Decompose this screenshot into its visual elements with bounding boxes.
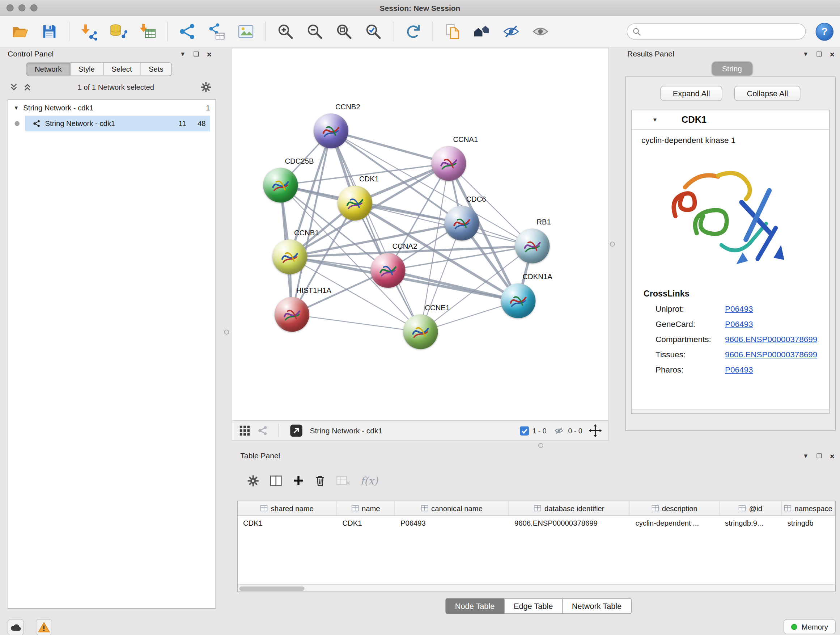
add-column-icon[interactable] <box>293 475 305 486</box>
network-node-ccna1[interactable] <box>431 146 466 181</box>
network-node-rb1[interactable] <box>515 229 550 264</box>
table-row[interactable]: CDK1 CDK1 P06493 9606.ENSP00000378699 cy… <box>238 516 835 531</box>
network-node-cdc25b[interactable] <box>264 168 298 203</box>
panel-menu-icon[interactable]: ▼ <box>180 51 186 57</box>
network-canvas[interactable]: CCNB2CCNA1CDC25BCDK1CDC6RB1CCNB1CCNA2CDK… <box>232 48 609 421</box>
panel-float-icon[interactable] <box>817 51 822 57</box>
search-input[interactable] <box>645 27 800 36</box>
new-network-button[interactable] <box>174 19 201 44</box>
help-button[interactable]: ? <box>816 22 834 41</box>
network-edge[interactable] <box>331 131 449 164</box>
cell-id[interactable]: stringdb:9... <box>720 516 782 531</box>
network-row-selected[interactable]: String Network - cdk1 11 48 <box>8 116 216 132</box>
network-node-ccnb1[interactable] <box>272 240 307 274</box>
show-all-networks-button[interactable] <box>469 19 496 44</box>
expand-all-icon[interactable] <box>24 82 32 92</box>
network-collection-row[interactable]: ▼ String Network - cdk1 1 <box>8 100 216 116</box>
toolbar-search[interactable] <box>627 24 806 40</box>
memory-button[interactable]: Memory <box>783 619 836 634</box>
tab-style[interactable]: Style <box>70 63 103 76</box>
network-edge[interactable] <box>292 315 421 332</box>
selected-checkbox-icon[interactable] <box>520 426 529 435</box>
network-node-ccne1[interactable] <box>403 315 438 349</box>
gene-expander-icon[interactable]: ▼ <box>652 117 658 123</box>
collection-expander-icon[interactable]: ▼ <box>14 105 19 111</box>
import-network-from-database-button[interactable] <box>105 19 132 44</box>
import-network-from-file-button[interactable] <box>76 19 103 44</box>
crosslink-uniprot-link[interactable]: P06493 <box>725 304 829 313</box>
panel-close-icon[interactable]: × <box>207 49 212 59</box>
column-header-description[interactable]: description <box>630 501 720 516</box>
results-horizontal-scrollbar[interactable] <box>632 409 829 413</box>
network-view-icon[interactable] <box>257 425 268 436</box>
cell-namespace[interactable]: stringdb <box>782 516 835 531</box>
hide-selected-button[interactable] <box>498 19 525 44</box>
network-node-cdc6[interactable] <box>445 206 479 241</box>
panel-menu-icon[interactable]: ▼ <box>803 453 808 459</box>
panel-float-icon[interactable] <box>817 453 822 458</box>
column-header-id[interactable]: @id <box>720 501 782 516</box>
zoom-window-button[interactable] <box>30 4 38 11</box>
minimize-window-button[interactable] <box>19 4 26 11</box>
tab-node-table[interactable]: Node Table <box>445 599 505 614</box>
tab-string[interactable]: String <box>712 62 752 76</box>
table-horizontal-scrollbar[interactable] <box>238 584 835 592</box>
open-in-window-icon[interactable] <box>289 424 303 438</box>
right-splitter-handle[interactable] <box>610 242 615 247</box>
panel-close-icon[interactable]: × <box>830 49 835 59</box>
bottom-splitter-handle[interactable] <box>538 443 543 448</box>
export-image-button[interactable] <box>232 19 259 44</box>
panel-menu-icon[interactable]: ▼ <box>803 51 808 57</box>
table-gear-icon[interactable] <box>247 474 260 487</box>
zoom-out-button[interactable] <box>302 19 328 44</box>
tab-network-table[interactable]: Network Table <box>562 599 631 614</box>
zoom-in-button[interactable] <box>272 19 299 44</box>
import-table-from-file-button[interactable] <box>134 19 161 44</box>
refresh-view-button[interactable] <box>399 19 426 44</box>
grid-view-icon[interactable] <box>239 424 251 437</box>
tab-edge-table[interactable]: Edge Table <box>504 599 562 614</box>
scrollbar-thumb[interactable] <box>240 586 305 591</box>
network-edge[interactable] <box>331 131 421 332</box>
tab-network[interactable]: Network <box>27 63 71 76</box>
delete-column-icon[interactable] <box>314 474 326 487</box>
network-node-hist1h1a[interactable] <box>275 297 309 332</box>
crosslink-tissues-link[interactable]: 9606.ENSP00000378699 <box>725 349 829 359</box>
warnings-status-button[interactable] <box>36 619 52 635</box>
network-node-ccna2[interactable] <box>371 253 406 288</box>
column-header-canonical-name[interactable]: canonical name <box>395 501 509 516</box>
hidden-eye-slash-icon[interactable] <box>553 426 565 435</box>
column-header-shared-name[interactable]: shared name <box>238 501 337 516</box>
cell-database-identifier[interactable]: 9606.ENSP00000378699 <box>509 516 630 531</box>
cell-description[interactable]: cyclin-dependent ... <box>630 516 720 531</box>
zoom-selected-button[interactable] <box>360 19 387 44</box>
cell-name[interactable]: CDK1 <box>337 516 395 531</box>
cloud-status-button[interactable] <box>8 619 24 635</box>
cell-shared-name[interactable]: CDK1 <box>238 516 337 531</box>
clone-network-button[interactable] <box>439 19 466 44</box>
crosslink-compartments-link[interactable]: 9606.ENSP00000378699 <box>725 334 829 344</box>
network-node-ccnb2[interactable] <box>314 114 348 149</box>
show-hidden-button[interactable] <box>527 19 554 44</box>
left-splitter-handle[interactable] <box>224 330 229 335</box>
expand-all-button[interactable]: Expand All <box>660 86 722 101</box>
tab-sets[interactable]: Sets <box>141 63 172 76</box>
zoom-fit-button[interactable] <box>331 19 358 44</box>
gene-card-header[interactable]: ▼ CDK1 <box>632 111 829 130</box>
crosslink-genecard-link[interactable]: P06493 <box>725 319 829 328</box>
show-columns-icon[interactable] <box>269 474 283 487</box>
column-header-name[interactable]: name <box>337 501 395 516</box>
network-node-cdkn1a[interactable] <box>501 283 536 318</box>
network-node-cdk1[interactable] <box>338 186 372 220</box>
new-network-from-table-button[interactable] <box>203 19 230 44</box>
panel-float-icon[interactable] <box>194 51 199 57</box>
collapse-all-button[interactable]: Collapse All <box>734 86 801 101</box>
panel-close-icon[interactable]: × <box>830 451 835 461</box>
pan-crosshair-icon[interactable] <box>589 424 602 437</box>
tab-select[interactable]: Select <box>103 63 141 76</box>
gear-icon[interactable] <box>200 81 212 93</box>
close-window-button[interactable] <box>6 4 14 11</box>
save-session-button[interactable] <box>36 19 63 44</box>
column-header-database-identifier[interactable]: database identifier <box>509 501 630 516</box>
open-session-button[interactable] <box>6 19 34 44</box>
